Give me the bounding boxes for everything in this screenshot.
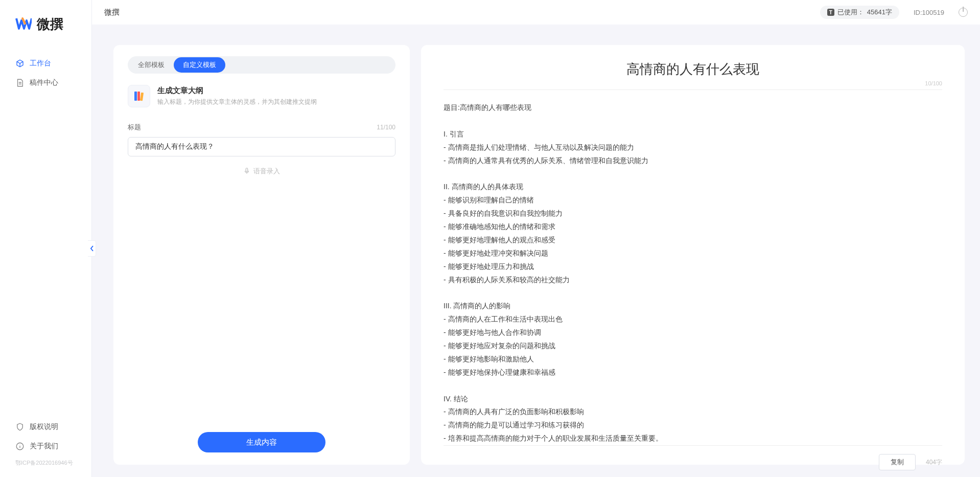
topbar-right: T 已使用： 45641字 ID:100519 <box>820 6 968 19</box>
nav: 工作台 稿件中心 <box>0 54 91 93</box>
output-panel: 高情商的人有什么表现 10/100 题目:高情商的人有哪些表现 I. 引言 - … <box>421 45 965 465</box>
nav-label: 稿件中心 <box>30 78 58 87</box>
output-body: 题目:高情商的人有哪些表现 I. 引言 - 高情商是指人们处理情绪、与他人互动以… <box>444 90 942 445</box>
logo[interactable]: 微撰 <box>0 15 91 54</box>
output-title-count: 10/100 <box>925 80 942 86</box>
topbar: 微撰 T 已使用： 45641字 ID:100519 <box>92 0 980 25</box>
icp-text: 鄂ICP备2022016946号 <box>6 456 85 467</box>
microphone-icon <box>243 167 250 176</box>
svg-rect-1 <box>134 92 137 101</box>
sidebar: 微撰 工作台 稿件中心 版权说明 关于我们 鄂ICP备2 <box>0 0 92 477</box>
shield-icon <box>15 422 25 431</box>
nav-label: 工作台 <box>30 59 51 68</box>
nav-drafts[interactable]: 稿件中心 <box>6 73 85 93</box>
sidebar-collapse-handle[interactable] <box>88 240 96 257</box>
usage-prefix: 已使用： <box>837 8 864 17</box>
svg-rect-4 <box>246 168 248 171</box>
copy-button[interactable]: 复制 <box>879 454 916 470</box>
title-label: 标题 <box>128 123 141 132</box>
tab-all-templates[interactable]: 全部模板 <box>129 57 174 73</box>
usage-pill[interactable]: T 已使用： 45641字 <box>820 6 899 19</box>
generate-button[interactable]: 生成内容 <box>198 432 325 452</box>
voice-input-button[interactable]: 语音录入 <box>128 167 395 176</box>
output-title: 高情商的人有什么表现 <box>444 60 942 78</box>
main: 全部模板 自定义模板 生成文章大纲 输入标题，为你提供文章主体的灵感，并为其创建… <box>92 25 980 477</box>
user-id: ID:100519 <box>914 9 944 16</box>
title-input[interactable] <box>128 137 395 156</box>
input-panel: 全部模板 自定义模板 生成文章大纲 输入标题，为你提供文章主体的灵感，并为其创建… <box>113 45 410 465</box>
title-char-count: 11/100 <box>377 124 395 131</box>
nav-label: 版权说明 <box>30 422 58 431</box>
chevron-left-icon <box>90 245 94 252</box>
topbar-title: 微撰 <box>104 8 120 17</box>
output-header: 高情商的人有什么表现 10/100 <box>444 60 942 90</box>
cube-icon <box>15 59 25 68</box>
template-card: 生成文章大纲 输入标题，为你提供文章主体的灵感，并为其创建推文提纲 <box>128 85 395 107</box>
template-tabs: 全部模板 自定义模板 <box>128 56 395 74</box>
nav-label: 关于我们 <box>30 442 58 451</box>
template-desc: 输入标题，为你提供文章主体的灵感，并为其创建推文提纲 <box>157 98 317 106</box>
voice-label: 语音录入 <box>253 167 280 176</box>
info-icon <box>15 442 25 451</box>
output-footer: 复制 404字 <box>444 445 942 470</box>
power-icon[interactable] <box>959 8 968 17</box>
text-icon: T <box>827 9 834 16</box>
logo-icon <box>15 15 32 33</box>
output-word-count: 404字 <box>926 458 942 467</box>
svg-rect-2 <box>137 92 140 101</box>
title-field-row: 标题 11/100 <box>128 123 395 132</box>
books-icon <box>128 85 150 107</box>
usage-value: 45641字 <box>867 8 892 17</box>
template-title: 生成文章大纲 <box>157 86 317 96</box>
nav-about[interactable]: 关于我们 <box>6 437 85 456</box>
svg-rect-3 <box>140 93 144 101</box>
nav-workbench[interactable]: 工作台 <box>6 54 85 73</box>
tab-custom-templates[interactable]: 自定义模板 <box>174 57 225 73</box>
nav-copyright[interactable]: 版权说明 <box>6 417 85 437</box>
document-icon <box>15 78 25 87</box>
logo-text: 微撰 <box>37 15 63 33</box>
sidebar-bottom: 版权说明 关于我们 鄂ICP备2022016946号 <box>0 417 91 471</box>
